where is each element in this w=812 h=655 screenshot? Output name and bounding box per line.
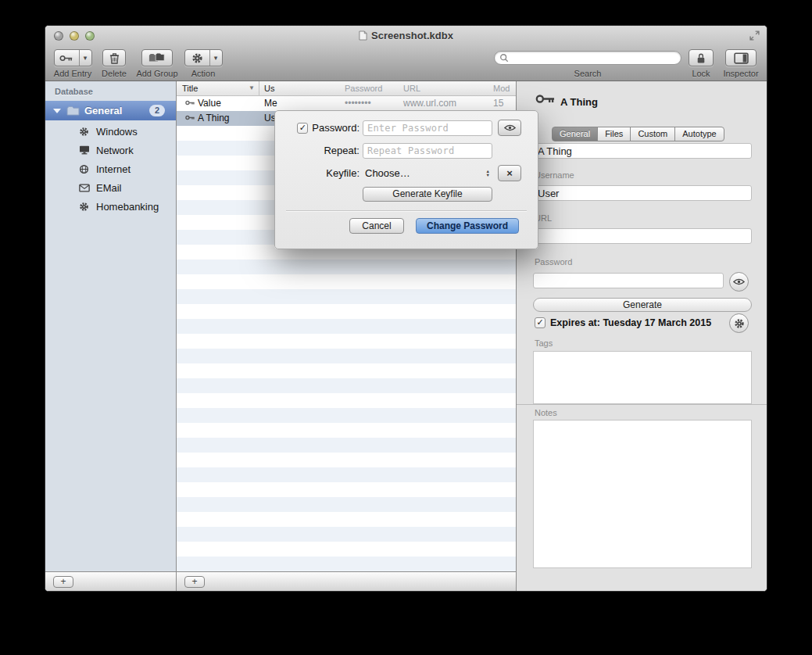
entry-count-badge: 2	[149, 105, 165, 116]
tags-label: Tags	[535, 338, 553, 348]
table-row[interactable]: Value Me •••••••• www.url.com 15	[177, 96, 516, 111]
folders-icon	[148, 52, 166, 63]
change-password-button[interactable]: Change Password	[416, 218, 519, 234]
sidebar-item-label: Windows	[96, 126, 138, 138]
expires-row: ✓ Expires at: Tuesday 17 March 2015	[535, 316, 711, 329]
cell-username: Me	[264, 96, 277, 111]
password-field[interactable]	[533, 273, 724, 288]
key-icon	[185, 100, 195, 106]
cell-modified: 15	[493, 96, 503, 111]
url-field[interactable]	[533, 228, 752, 244]
delete-button[interactable]	[102, 49, 126, 66]
add-entry-label: Add Entry	[54, 69, 91, 78]
eye-icon	[504, 124, 516, 131]
column-header-username[interactable]: Us	[264, 81, 274, 95]
app-window: Screenshot.kdbx ▾ Add Entry	[45, 25, 767, 592]
tab-custom[interactable]: Custom	[630, 127, 675, 141]
gear-icon	[78, 202, 90, 212]
password-label: Password	[535, 257, 572, 267]
dialog-repeat-input[interactable]	[363, 143, 492, 159]
sidebar-section-header: Database	[55, 87, 93, 96]
add-group-button[interactable]	[141, 49, 173, 66]
username-field[interactable]	[533, 185, 752, 201]
sidebar-group-label: General	[84, 105, 149, 116]
disclosure-triangle-icon[interactable]	[53, 109, 61, 113]
key-icon	[185, 115, 195, 120]
key-icon	[535, 94, 556, 104]
sidebar-item-network[interactable]: Network	[45, 141, 176, 159]
folder-icon	[66, 106, 80, 116]
password-checkbox[interactable]: ✓	[297, 123, 308, 134]
sidebar-item-label: Homebanking	[96, 201, 159, 213]
action-button[interactable]: ▾	[184, 49, 223, 66]
inspector-tabs: General Files Custom Autotype	[552, 127, 724, 141]
generate-password-button[interactable]: Generate	[533, 298, 752, 312]
cancel-button[interactable]: Cancel	[349, 218, 404, 234]
add-entry-button[interactable]: ▾	[54, 49, 92, 66]
expires-gear-button[interactable]	[729, 313, 749, 333]
gear-icon	[185, 50, 210, 66]
column-divider[interactable]	[259, 81, 259, 95]
keyfile-popup-value: Choose…	[365, 167, 410, 179]
add-entry-plus-button[interactable]: +	[184, 576, 205, 588]
add-group-label: Add Group	[136, 69, 177, 78]
add-group-plus-button[interactable]: +	[53, 576, 73, 588]
sidebar: Database General 2 Windows Network	[45, 81, 177, 591]
column-header-password[interactable]: Password	[345, 81, 382, 95]
sidebar-group-general[interactable]: General 2	[45, 101, 176, 120]
sidebar-item-homebanking[interactable]: Homebanking	[45, 197, 176, 216]
tab-files[interactable]: Files	[597, 127, 631, 141]
sidebar-bottom-bar: +	[45, 571, 176, 591]
column-header-title[interactable]: Title	[182, 81, 198, 95]
change-password-dialog: ✓ Password: Repeat: Keyfile: Choose… ▲▼ …	[274, 110, 538, 249]
entry-list-bottom-bar: +	[177, 571, 516, 591]
inspector-button[interactable]	[725, 49, 757, 66]
sidebar-item-email[interactable]: EMail	[45, 178, 176, 197]
fullscreen-icon[interactable]	[749, 30, 760, 41]
search-icon	[499, 53, 509, 63]
key-icon	[55, 50, 80, 66]
generate-keyfile-button[interactable]: Generate Keyfile	[363, 187, 492, 202]
expires-checkbox[interactable]: ✓	[535, 317, 546, 328]
action-label: Action	[191, 69, 216, 78]
column-header-modified[interactable]: Mod	[493, 81, 510, 95]
dialog-reveal-password-button[interactable]	[498, 120, 521, 136]
cell-title: A Thing	[198, 111, 229, 126]
cell-url: www.url.com	[403, 96, 456, 111]
search-field[interactable]	[494, 51, 681, 65]
globe-icon	[78, 164, 90, 174]
tab-autotype[interactable]: Autotype	[674, 127, 724, 141]
inspector-panel-icon	[734, 52, 749, 64]
keyfile-popup[interactable]: Choose… ▲▼	[363, 167, 492, 179]
tab-general[interactable]: General	[552, 127, 598, 141]
envelope-icon	[78, 184, 90, 192]
chevron-down-icon: ▾	[80, 50, 91, 66]
window-chrome: Screenshot.kdbx ▾ Add Entry	[45, 26, 767, 81]
document-icon	[359, 30, 367, 41]
delete-label: Delete	[102, 69, 127, 78]
dialog-separator	[286, 210, 527, 211]
title-bar: Screenshot.kdbx	[45, 26, 767, 45]
eye-icon	[733, 278, 745, 285]
toolbar: ▾ Add Entry Delete Add Group	[45, 45, 767, 81]
cell-password: ••••••••	[345, 96, 371, 111]
sidebar-item-label: EMail	[96, 182, 122, 194]
title-field[interactable]	[533, 143, 752, 159]
monitor-icon	[78, 145, 90, 155]
lock-button[interactable]	[689, 49, 714, 66]
dialog-password-input[interactable]	[363, 120, 492, 136]
sidebar-item-internet[interactable]: Internet	[45, 159, 176, 178]
search-input[interactable]	[509, 52, 676, 63]
reveal-password-button[interactable]	[729, 272, 749, 292]
inspector-divider	[517, 404, 767, 405]
tags-field[interactable]	[533, 351, 752, 404]
dialog-repeat-label: Repeat:	[324, 145, 359, 156]
column-header-url[interactable]: URL	[403, 81, 420, 95]
inspector-entry-title: A Thing	[560, 96, 598, 108]
lock-icon	[696, 52, 706, 64]
gear-icon	[78, 127, 90, 137]
sidebar-item-windows[interactable]: Windows	[45, 122, 176, 141]
search-label: Search	[574, 69, 602, 78]
notes-field[interactable]	[533, 420, 752, 568]
clear-keyfile-button[interactable]: ×	[498, 165, 521, 181]
